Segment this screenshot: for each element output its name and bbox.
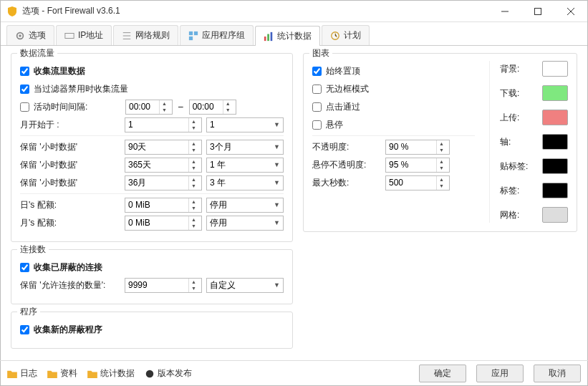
keep-conn-spin[interactable]: 9999▲▼ [125,278,202,293]
window-title: 选项 - Fort Firewall v3.6.1 [22,5,488,17]
svg-rect-5 [194,31,198,34]
link-data[interactable]: 资料 [47,367,77,380]
link-release[interactable]: 版本发布 [145,367,192,380]
color-download[interactable] [542,85,568,101]
tab-schedule[interactable]: 计划 [322,25,370,45]
svg-rect-6 [189,36,193,39]
group-title: 数据流量 [17,47,57,59]
group-traffic: 数据流量 收集流里数据 当过滤器禁用时收集流量 活动时间间隔: 00:00▲▼ … [11,53,293,242]
footer: 日志 资料 统计数据 版本发布 确定 应用 取消 [0,360,588,386]
day-quota-spin[interactable]: 0 MiB▲▼ [125,198,202,213]
color-grid[interactable] [542,207,568,223]
color-bg[interactable] [542,61,568,77]
tab-netrules[interactable]: 网络规则 [113,25,178,45]
svg-rect-0 [535,8,541,14]
group-programs: 程序 收集新的屏蔽程序 [11,312,293,349]
group-chart: 图表 始终置顶 无边框模式 点击通过 悬停 不透明度: 90 %▲▼ 悬停不透明… [303,53,577,232]
group-title: 连接数 [17,243,49,256]
group-connections: 连接数 收集已屏蔽的连接 保留 '允许连接的数量': 9999▲▼ 自定义▼ [11,249,293,304]
group-title: 图表 [309,47,332,59]
checkbox-click-through[interactable] [312,102,322,112]
svg-rect-7 [264,37,266,41]
folder-icon [7,370,17,378]
link-log[interactable]: 日志 [7,367,37,380]
apps-icon [188,31,198,41]
color-label[interactable] [542,183,568,198]
color-axis[interactable] [542,134,568,150]
opacity-spin[interactable]: 90 %▲▼ [385,140,450,155]
time-to-input[interactable]: 00:00▲▼ [189,100,236,115]
ok-button[interactable]: 确定 [419,365,466,382]
ip-icon [64,31,74,41]
link-stats[interactable]: 统计数据 [87,367,135,380]
checkbox-hover[interactable] [312,120,322,130]
keep3-select[interactable]: 3 年▼ [206,175,284,190]
svg-rect-8 [268,34,270,41]
svg-rect-4 [189,31,193,34]
svg-point-11 [146,370,154,377]
checkbox-frameless[interactable] [312,85,322,94]
tab-options[interactable]: 选项 [6,25,54,45]
clock-icon [330,31,340,41]
tab-stats[interactable]: 统计数据 [255,26,320,46]
checkbox-collect-traffic[interactable] [20,67,29,76]
tab-appgroups[interactable]: 应用程序组 [180,25,254,45]
day-quota-select[interactable]: 停用▼ [206,198,284,213]
gear-icon [15,31,25,41]
color-upload[interactable] [542,110,568,125]
month-start-spin[interactable]: 1▲▼ [125,117,202,132]
checkbox-collect-new-blocked[interactable] [20,325,29,334]
month-quota-select[interactable]: 停用▼ [206,216,284,231]
folder-icon [87,370,97,378]
group-title: 程序 [17,306,40,318]
time-from-input[interactable]: 00:00▲▼ [125,100,173,115]
checkbox-collect-disabled[interactable] [20,85,29,94]
hover-opacity-spin[interactable]: 95 %▲▼ [385,158,450,173]
rules-icon [122,31,132,41]
apply-button[interactable]: 应用 [476,365,524,382]
keep2-select[interactable]: 1 年▼ [206,158,284,173]
keep1-spin[interactable]: 90天▲▼ [125,140,202,155]
svg-rect-9 [271,32,273,40]
max-sec-spin[interactable]: 500▲▼ [385,175,450,190]
tab-ip[interactable]: IP地址 [56,25,112,45]
month-start-select[interactable]: 1▼ [206,117,284,132]
svg-rect-3 [65,33,74,38]
titlebar: 选项 - Fort Firewall v3.6.1 [1,1,587,22]
svg-point-2 [19,34,21,37]
folder-icon [47,370,57,378]
minimize-button[interactable] [488,1,521,22]
app-icon [6,6,18,17]
keep3-spin[interactable]: 36月▲▼ [125,175,202,190]
color-ticks[interactable] [542,158,568,174]
maximize-button[interactable] [521,1,554,22]
checkbox-active-period[interactable] [20,102,29,112]
checkbox-always-top[interactable] [312,67,322,76]
keep1-select[interactable]: 3个月▼ [206,140,284,155]
month-quota-spin[interactable]: 0 MiB▲▼ [125,216,202,231]
keep-conn-select[interactable]: 自定义▼ [206,278,284,293]
close-button[interactable] [554,1,587,22]
checkbox-collect-blocked[interactable] [20,263,29,272]
tabs: 选项 IP地址 网络规则 应用程序组 统计数据 计划 [1,22,587,46]
stats-icon [264,32,274,42]
cancel-button[interactable]: 取消 [534,365,581,382]
keep2-spin[interactable]: 365天▲▼ [125,158,202,173]
github-icon [145,370,155,378]
